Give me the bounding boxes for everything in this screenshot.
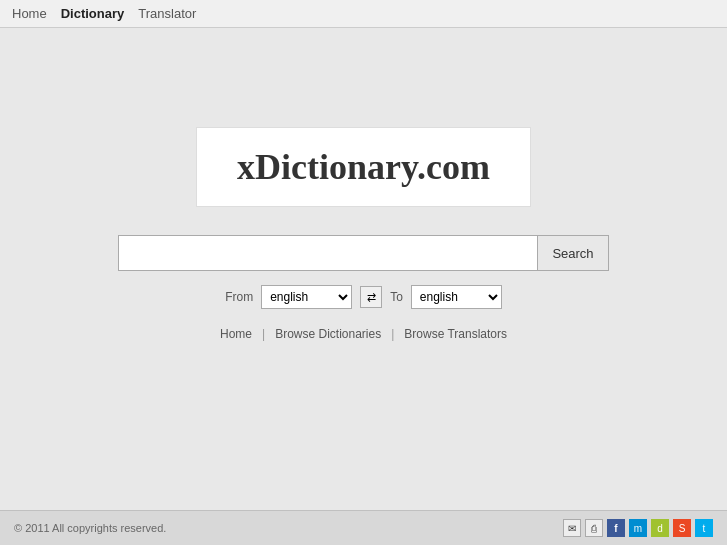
from-language-select[interactable]: english spanish french german italian po… [261, 285, 352, 309]
stumbleupon-icon[interactable]: S [673, 519, 691, 537]
nav-dictionary[interactable]: Dictionary [61, 6, 125, 21]
nav-home[interactable]: Home [12, 6, 47, 21]
facebook-icon[interactable]: f [607, 519, 625, 537]
swap-languages-button[interactable]: ⇄ [360, 286, 382, 308]
search-area: Search [118, 235, 608, 271]
from-label: From [225, 290, 253, 304]
print-icon[interactable]: ⎙ [585, 519, 603, 537]
logo-container: xDictionary.com [196, 127, 531, 207]
bottom-bar: © 2011 All copyrights reserved. ✉ ⎙ f m … [0, 510, 727, 545]
top-nav: Home Dictionary Translator [0, 0, 727, 28]
twitter-icon[interactable]: t [695, 519, 713, 537]
search-button[interactable]: Search [538, 235, 608, 271]
footer-sep-2: | [391, 327, 394, 341]
footer-link-translators[interactable]: Browse Translators [404, 327, 507, 341]
digg-icon[interactable]: d [651, 519, 669, 537]
to-label: To [390, 290, 403, 304]
footer-link-home[interactable]: Home [220, 327, 252, 341]
footer-link-dictionaries[interactable]: Browse Dictionaries [275, 327, 381, 341]
myspace-icon[interactable]: m [629, 519, 647, 537]
footer-sep-1: | [262, 327, 265, 341]
language-row: From english spanish french german itali… [225, 285, 502, 309]
nav-translator[interactable]: Translator [138, 6, 196, 21]
footer-links: Home | Browse Dictionaries | Browse Tran… [220, 309, 507, 351]
main-content: xDictionary.com Search From english span… [0, 28, 727, 510]
logo-text: xDictionary.com [237, 147, 490, 187]
copyright-text: © 2011 All copyrights reserved. [14, 522, 166, 534]
to-language-select[interactable]: english spanish french german italian po… [411, 285, 502, 309]
email-icon[interactable]: ✉ [563, 519, 581, 537]
social-icons: ✉ ⎙ f m d S t [563, 519, 713, 537]
search-input[interactable] [118, 235, 538, 271]
